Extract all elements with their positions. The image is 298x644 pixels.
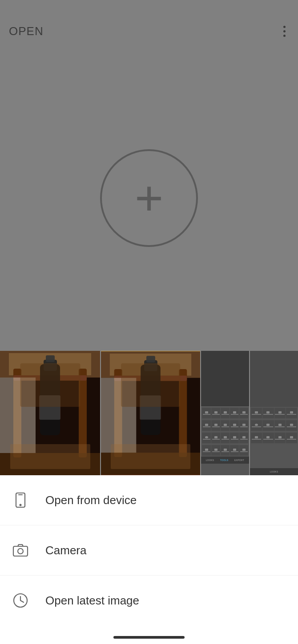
- tool-cell: [202, 408, 211, 418]
- tab-looks-2: LOOKS: [270, 470, 278, 473]
- svg-rect-16: [179, 369, 187, 457]
- tool-cell-2: [211, 420, 220, 431]
- tool-cell-partial-3: [251, 433, 262, 443]
- tool-cell-partial-2: [274, 420, 286, 431]
- tool-cell-4: [230, 445, 239, 456]
- tool-cell: [230, 408, 239, 418]
- tab-export: EXPORT: [234, 459, 244, 461]
- svg-line-31: [20, 600, 24, 602]
- editor-thumb-2: LOOKS: [250, 351, 298, 475]
- home-indicator: [113, 636, 185, 639]
- coffee-svg-2: [101, 351, 200, 475]
- editor-tabs-2: LOOKS: [250, 468, 298, 475]
- dot-2: [283, 30, 286, 32]
- tool-cell-2: [221, 420, 230, 431]
- recent-images-strip: LOOKS TOOLS EXPORT: [0, 351, 298, 475]
- camera-item[interactable]: Camera: [0, 525, 298, 576]
- tool-cell: [221, 408, 230, 418]
- open-screen-header: OPEN +: [0, 0, 298, 351]
- tool-cell-partial-2: [286, 420, 297, 431]
- thumbnail-3[interactable]: LOOKS TOOLS EXPORT: [200, 351, 249, 475]
- tool-cell-4: [239, 445, 248, 456]
- svg-rect-27: [13, 546, 28, 556]
- camera-icon: [9, 539, 32, 562]
- svg-point-26: [20, 505, 21, 506]
- open-menu: Open from device Camera Open latest imag…: [0, 475, 298, 625]
- thumbnail-1[interactable]: [0, 351, 100, 475]
- coffee-photo-2: [101, 351, 200, 475]
- tool-cell-3: [239, 433, 248, 443]
- svg-rect-17: [114, 376, 187, 381]
- svg-rect-20: [146, 356, 155, 362]
- svg-rect-8: [46, 355, 55, 362]
- add-image-area[interactable]: +: [0, 45, 298, 351]
- svg-rect-23: [101, 378, 136, 453]
- tool-cell-4: [221, 445, 230, 456]
- dot-1: [283, 26, 286, 28]
- svg-point-28: [18, 549, 23, 554]
- smartphone-svg: [12, 492, 29, 509]
- tool-cell-partial: [274, 408, 286, 418]
- page-title: OPEN: [9, 24, 44, 38]
- tool-cell-partial: [251, 408, 262, 418]
- smartphone-icon: [9, 489, 32, 512]
- svg-rect-22: [101, 453, 200, 475]
- camera-svg: [12, 542, 29, 559]
- coffee-svg-1: [0, 351, 100, 475]
- tool-cell-partial-3: [274, 433, 286, 443]
- tool-cell: [211, 408, 220, 418]
- open-latest-image-label: Open latest image: [45, 594, 139, 608]
- tool-cell-2: [202, 420, 211, 431]
- tab-tools: TOOLS: [220, 459, 228, 461]
- tool-cell-3: [211, 433, 220, 443]
- dot-3: [283, 35, 286, 37]
- svg-rect-21: [140, 395, 161, 420]
- svg-rect-4: [79, 369, 87, 457]
- tool-cell: [239, 408, 248, 418]
- coffee-photo-1: [0, 351, 100, 475]
- svg-rect-6: [40, 364, 60, 435]
- clock-svg: [12, 592, 29, 609]
- plus-icon: +: [135, 174, 163, 223]
- svg-rect-5: [13, 375, 87, 381]
- tool-cell-4: [211, 445, 220, 456]
- tool-cell-3: [221, 433, 230, 443]
- tool-cell-partial-3: [262, 433, 274, 443]
- tab-looks: LOOKS: [206, 459, 214, 461]
- open-from-device-label: Open from device: [45, 493, 137, 507]
- svg-rect-11: [0, 378, 36, 453]
- camera-label: Camera: [45, 544, 86, 557]
- more-options-button[interactable]: [280, 22, 289, 40]
- tool-cell-3: [230, 433, 239, 443]
- tool-cell-partial: [286, 408, 297, 418]
- thumbnail-4[interactable]: LOOKS: [249, 351, 298, 475]
- tool-cell-3: [202, 433, 211, 443]
- open-latest-image-item[interactable]: Open latest image: [0, 576, 298, 625]
- tool-cell-partial-3: [286, 433, 297, 443]
- svg-rect-18: [141, 365, 161, 435]
- tool-cell-partial-2: [262, 420, 274, 431]
- top-bar: OPEN: [0, 0, 298, 45]
- clock-icon: [9, 589, 32, 612]
- tool-cell-4: [202, 445, 211, 456]
- add-circle-button[interactable]: +: [100, 149, 198, 247]
- editor-tabs: LOOKS TOOLS EXPORT: [201, 457, 249, 464]
- tool-cell-partial-2: [251, 420, 262, 431]
- editor-preview-area: [201, 351, 249, 407]
- open-from-device-item[interactable]: Open from device: [0, 475, 298, 525]
- svg-rect-10: [0, 453, 100, 475]
- thumbnail-2[interactable]: [100, 351, 200, 475]
- editor-thumb-1: LOOKS TOOLS EXPORT: [201, 351, 249, 475]
- tool-cell-2: [239, 420, 248, 431]
- svg-rect-9: [39, 395, 60, 420]
- tool-cell-2: [230, 420, 239, 431]
- tool-cell-partial: [262, 408, 274, 418]
